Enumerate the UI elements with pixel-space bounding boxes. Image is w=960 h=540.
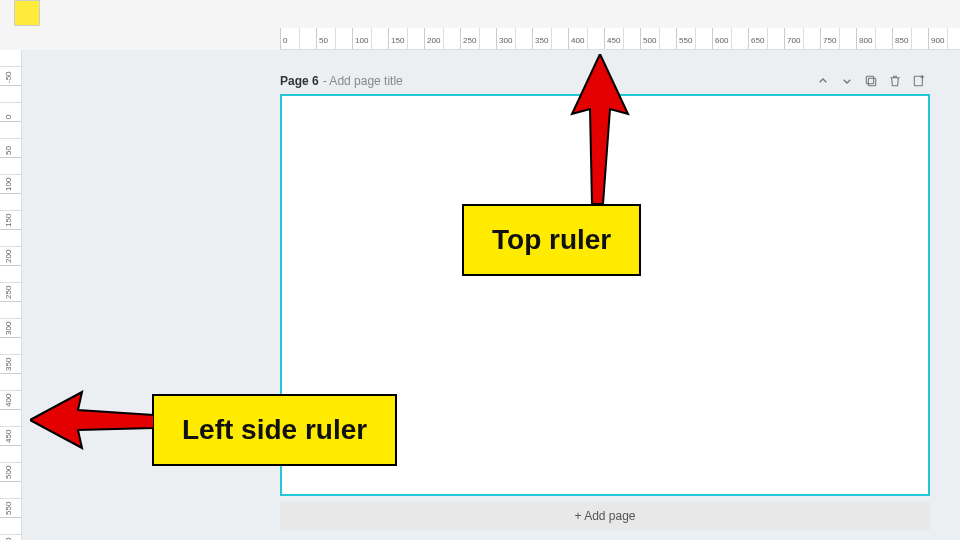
- ruler-left-tick: 600: [0, 518, 21, 540]
- chevron-down-icon: [839, 73, 855, 89]
- ruler-top-tick: 400: [568, 28, 604, 49]
- duplicate-button[interactable]: [860, 70, 882, 92]
- add-page-label: + Add page: [574, 509, 635, 523]
- page-title-hint[interactable]: - Add page title: [323, 74, 403, 88]
- ruler-top-tick: 250: [460, 28, 496, 49]
- annotation-top-ruler: Top ruler: [462, 204, 641, 276]
- ruler-top-tick: 100: [352, 28, 388, 49]
- ruler-left-tick: 0: [0, 86, 21, 122]
- ruler-top[interactable]: 0501001502002503003504004505005506006507…: [280, 28, 960, 50]
- ruler-top-tick: 150: [388, 28, 424, 49]
- ruler-left-tick: 400: [0, 374, 21, 410]
- trash-icon: [887, 73, 903, 89]
- move-down-button[interactable]: [836, 70, 858, 92]
- page-title[interactable]: Page 6: [280, 74, 319, 88]
- add-page-icon: [911, 73, 927, 89]
- add-page-button[interactable]: + Add page: [280, 502, 930, 530]
- arrow-up-icon: [570, 54, 630, 204]
- ruler-left-tick: 250: [0, 266, 21, 302]
- svg-rect-2: [914, 76, 922, 85]
- ruler-top-tick: 750: [820, 28, 856, 49]
- ruler-top-tick: 50: [316, 28, 352, 49]
- arrow-top: [570, 54, 630, 204]
- ruler-left-tick: 450: [0, 410, 21, 446]
- ruler-left-tick: 350: [0, 338, 21, 374]
- ruler-left[interactable]: -500501001502002503003504004505005506006…: [0, 50, 22, 540]
- ruler-top-tick: 350: [532, 28, 568, 49]
- ruler-top-tick: 500: [640, 28, 676, 49]
- ruler-left-tick: 200: [0, 230, 21, 266]
- add-button[interactable]: [908, 70, 930, 92]
- svg-rect-1: [866, 76, 873, 83]
- workspace: Page 6 - Add page title + Add page: [22, 50, 960, 540]
- ruler-top-tick: 650: [748, 28, 784, 49]
- ruler-top-tick: 200: [424, 28, 460, 49]
- annotation-left-text: Left side ruler: [182, 414, 367, 445]
- ruler-left-tick: 550: [0, 482, 21, 518]
- ruler-top-tick: 800: [856, 28, 892, 49]
- ruler-left-tick: 50: [0, 122, 21, 158]
- ruler-top-tick: 900: [928, 28, 960, 49]
- ruler-top-tick: 0: [280, 28, 316, 49]
- ruler-top-tick: 550: [676, 28, 712, 49]
- ruler-top-tick: 850: [892, 28, 928, 49]
- ruler-left-tick: 150: [0, 194, 21, 230]
- arrow-left-icon: [30, 388, 154, 452]
- ruler-left-tick: 500: [0, 446, 21, 482]
- annotation-left-ruler: Left side ruler: [152, 394, 397, 466]
- delete-button[interactable]: [884, 70, 906, 92]
- ruler-top-tick: 600: [712, 28, 748, 49]
- svg-rect-0: [868, 78, 875, 85]
- annotation-top-text: Top ruler: [492, 224, 611, 255]
- arrow-left: [30, 388, 154, 452]
- ruler-left-tick: -50: [0, 50, 21, 86]
- ruler-top-tick: 300: [496, 28, 532, 49]
- ruler-top-tick: 450: [604, 28, 640, 49]
- ruler-left-tick: 100: [0, 158, 21, 194]
- move-up-button[interactable]: [812, 70, 834, 92]
- copy-icon: [863, 73, 879, 89]
- ruler-left-tick: 300: [0, 302, 21, 338]
- chevron-up-icon: [815, 73, 831, 89]
- color-swatch[interactable]: [14, 0, 40, 26]
- ruler-top-tick: 700: [784, 28, 820, 49]
